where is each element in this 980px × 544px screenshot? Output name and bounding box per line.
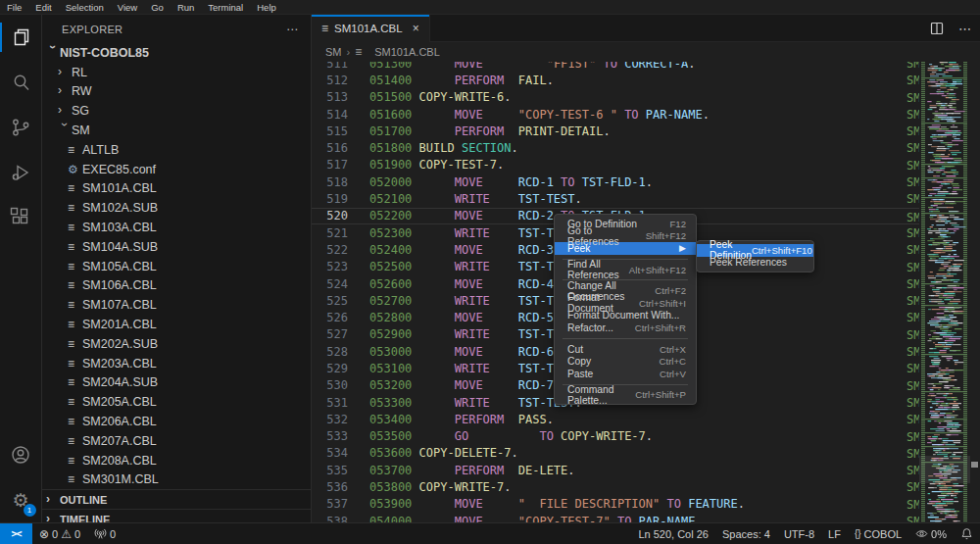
code-line-537[interactable]: 537053900 MOVE " FILE DESCRIPTION" TO FE… [312,496,919,513]
code-line-534[interactable]: 534053600 COPY-DELETE-7.SM [312,445,919,462]
tree-item-sm107a.cbl[interactable]: ≡SM107A.CBL [42,295,311,315]
code-line-516[interactable]: 516051800 BUILD SECTION.SM [312,139,919,156]
line-number[interactable]: 520 [312,209,348,223]
line-number[interactable]: 525 [312,294,348,308]
menu-item-format-document-with-[interactable]: Format Document With... [555,310,696,322]
menu-item-refactor-[interactable]: Refactor...Ctrl+Shift+R [555,321,696,334]
minimap[interactable] [919,62,970,522]
line-number[interactable]: 531 [312,396,348,410]
line-number[interactable]: 528 [312,345,348,359]
tree-item-sm105a.cbl[interactable]: ≡SM105A.CBL [42,257,311,276]
menu-item-cut[interactable]: CutCtrl+X [555,343,696,356]
tree-item-sm204a.sub[interactable]: ≡SM204A.SUB [42,373,311,393]
run-debug-icon[interactable] [0,150,42,195]
menu-run[interactable]: Run [171,0,201,15]
line-number[interactable]: 522 [312,243,348,257]
line-number[interactable]: 526 [312,311,348,324]
line-number[interactable]: 530 [312,378,348,392]
extensions-icon[interactable] [0,195,42,240]
notifications-bell[interactable] [954,523,980,544]
tree-item-sm208a.cbl[interactable]: ≡SM208A.CBL [42,451,311,470]
line-number[interactable]: 535 [312,464,348,477]
line-number[interactable]: 529 [312,362,348,375]
explorer-more-actions-icon[interactable]: ⋯ [286,23,299,36]
code-line-513[interactable]: 513051500 COPY-WRITE-6.SM [312,89,919,106]
tree-item-sm201a.cbl[interactable]: ≡SM201A.CBL [42,315,311,334]
menu-item-copy[interactable]: CopyCtrl+C [555,355,696,368]
code-line-532[interactable]: 532053400 PERFORM PASS.SM [312,411,919,427]
tree-item-sm103a.cbl[interactable]: ≡SM103A.CBL [42,218,311,237]
menu-item-find-all-references[interactable]: Find All ReferencesAlt+Shift+F12 [555,264,696,276]
problems-indicator[interactable]: ⊗ 0 ⚠ 0 [32,523,87,544]
tree-item-sm[interactable]: ›SM [42,121,311,140]
tree-item-sm203a.cbl[interactable]: ≡SM203A.CBL [42,354,311,373]
tree-item-sm102a.sub[interactable]: ≡SM102A.SUB [42,198,311,218]
eol-selector[interactable]: LF [821,523,848,544]
tree-item-sm202a.sub[interactable]: ≡SM202A.SUB [42,334,311,354]
tree-item-sm207a.cbl[interactable]: ≡SM207A.CBL [42,431,311,451]
line-number[interactable]: 538 [312,515,348,522]
more-actions-icon[interactable]: ⋯ [958,22,972,36]
close-icon[interactable]: × [413,22,419,35]
encoding[interactable]: UTF-8 [777,523,821,544]
line-number[interactable]: 516 [312,141,348,155]
line-number[interactable]: 533 [312,429,348,443]
coverage-indicator[interactable]: 0% [908,523,954,544]
section-outline[interactable]: ›OUTLINE [42,489,311,509]
tree-item-sg[interactable]: ›SG [42,101,311,121]
menu-file[interactable]: File [0,0,28,15]
code-line-515[interactable]: 515051700 PERFORM PRINT-DETAIL.SM [312,123,919,139]
menu-item-peek-references[interactable]: Peek References [697,257,813,270]
menu-terminal[interactable]: Terminal [201,0,250,15]
menu-help[interactable]: Help [250,0,283,15]
line-number[interactable]: 536 [312,480,348,494]
tree-item-altlb[interactable]: ≡ALTLB [42,140,311,160]
remote-indicator[interactable]: >< [0,523,32,544]
line-number[interactable]: 512 [312,74,348,87]
code-line-518[interactable]: 518052000 MOVE RCD-1 TO TST-FLD-1.SM [312,173,919,190]
tree-root[interactable]: ›NIST-COBOL85 [42,43,311,63]
menu-item-peek-definition[interactable]: Peek DefinitionCtrl+Shift+F10 [697,244,813,257]
section-timeline[interactable]: ›TIMELINE [42,509,311,522]
settings-gear-icon[interactable]: ⚙ 1 [0,477,42,522]
tree-item-sm301m.cbl[interactable]: ≡SM301M.CBL [42,470,311,490]
accounts-icon[interactable] [0,432,42,477]
tree-item-sm206a.cbl[interactable]: ≡SM206A.CBL [42,412,311,431]
breadcrumb-folder[interactable]: SM [325,46,342,58]
line-number[interactable]: 523 [312,260,348,273]
tab-sm101a[interactable]: ≡ SM101A.CBL × [312,15,430,42]
breadcrumb-file[interactable]: SM101A.CBL [374,46,440,58]
menu-item-command-palette-[interactable]: Command Palette...Ctrl+Shift+P [555,389,696,402]
line-number[interactable]: 517 [312,158,348,172]
menu-item-paste[interactable]: PasteCtrl+V [555,368,696,380]
line-number[interactable]: 518 [312,175,348,189]
split-editor-icon[interactable] [929,21,945,36]
line-number[interactable]: 513 [312,90,348,104]
tree-item-exec85.conf[interactable]: ⚙EXEC85.conf [42,160,311,179]
menu-go[interactable]: Go [144,0,171,15]
minimap-slider[interactable] [919,456,970,483]
menu-view[interactable]: View [111,0,144,15]
cursor-position[interactable]: Ln 520, Col 26 [631,523,715,544]
code-line-511[interactable]: 511051300 MOVE "FF1ST" TO CORRECT-A.SM [312,62,919,72]
code-line-533[interactable]: 533053500 GO TO COPY-WRITE-7.SM [312,428,919,445]
tree-item-rw[interactable]: ›RW [42,82,311,102]
menu-item-format-document[interactable]: Format DocumentCtrl+Shift+I [555,297,696,310]
line-number[interactable]: 537 [312,497,348,511]
tree-item-sm101a.cbl[interactable]: ≡SM101A.CBL [42,179,311,199]
language-mode[interactable]: {} COBOL [848,523,908,544]
line-number[interactable]: 515 [312,124,348,138]
code-line-535[interactable]: 535053700 PERFORM DE-LETE.SM [312,462,919,478]
explorer-icon[interactable] [0,15,42,60]
line-number[interactable]: 524 [312,277,348,291]
menu-selection[interactable]: Selection [59,0,111,15]
line-number[interactable]: 534 [312,446,348,460]
search-icon[interactable] [0,60,42,105]
ports-indicator[interactable]: 0 [87,523,122,544]
indentation[interactable]: Spaces: 4 [715,523,777,544]
code-line-514[interactable]: 514051600 MOVE "COPY-TEST-6 " TO PAR-NAM… [312,106,919,123]
line-number[interactable]: 532 [312,413,348,426]
source-control-icon[interactable] [0,105,42,150]
line-number[interactable]: 521 [312,226,348,240]
line-number[interactable]: 514 [312,108,348,122]
